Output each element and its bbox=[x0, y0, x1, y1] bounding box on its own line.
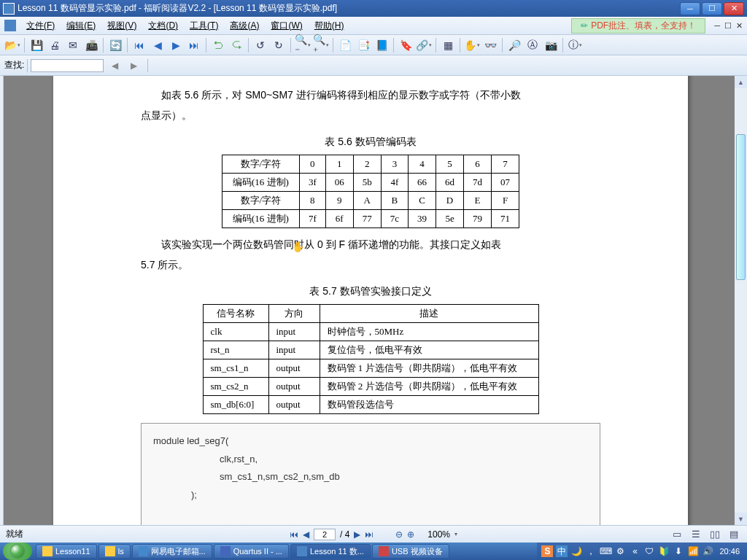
task-item[interactable]: Quartus II - ... bbox=[214, 544, 289, 559]
sb-zoomin-icon[interactable]: ⊕ bbox=[407, 529, 414, 540]
pdf-viewer[interactable]: 如表 5.6 所示，对 SM0~SM7 进行编码将得到相应的显示数字或字符（不带… bbox=[4, 76, 747, 525]
find-input[interactable] bbox=[31, 59, 104, 72]
task-item[interactable]: Lesson11 bbox=[36, 544, 97, 559]
mdi-minimize[interactable]: ─ bbox=[714, 21, 720, 31]
layout-cont-icon[interactable]: ☰ bbox=[689, 528, 703, 541]
last-page-button[interactable]: ⏭ bbox=[186, 37, 202, 53]
glasses-icon[interactable]: 👓 bbox=[482, 37, 498, 53]
pdf-page: 如表 5.6 所示，对 SM0~SM7 进行编码将得到相应的显示数字或字符（不带… bbox=[53, 76, 688, 525]
menu-help[interactable]: 帮助(H) bbox=[309, 18, 350, 34]
browser-icon bbox=[139, 546, 148, 556]
menu-adv[interactable]: 高级(A) bbox=[224, 18, 265, 34]
shield-icon[interactable]: 🛡 bbox=[643, 545, 655, 557]
text-select-button[interactable]: Ⓐ bbox=[525, 37, 541, 53]
scroll-thumb[interactable] bbox=[736, 134, 746, 280]
antivirus-icon[interactable]: 🔰 bbox=[658, 545, 670, 557]
rotate-right-button[interactable]: ↻ bbox=[271, 37, 287, 53]
scan-button[interactable]: 📠 bbox=[83, 37, 99, 53]
sb-last-icon[interactable]: ⏭ bbox=[365, 529, 374, 540]
menu-doc[interactable]: 文档(D) bbox=[142, 18, 184, 34]
scroll-down-icon[interactable]: ▼ bbox=[735, 513, 747, 525]
save-button[interactable]: 💾 bbox=[28, 37, 44, 53]
table-caption: 表 5.7 数码管实验接口定义 bbox=[141, 281, 600, 301]
settings-icon[interactable]: ⚙ bbox=[614, 545, 626, 557]
doc-icon bbox=[4, 20, 16, 31]
sb-first-icon[interactable]: ⏮ bbox=[290, 529, 298, 540]
download-icon[interactable]: ⬇ bbox=[673, 545, 684, 557]
mail-button[interactable]: ✉ bbox=[65, 37, 81, 53]
close-button[interactable]: ✕ bbox=[724, 2, 744, 15]
rotate-left-button[interactable]: ↺ bbox=[252, 37, 268, 53]
app-icon bbox=[3, 3, 15, 15]
page-number-input[interactable] bbox=[314, 529, 336, 540]
menu-edit[interactable]: 编辑(E) bbox=[61, 18, 101, 34]
layout-contfacing-icon[interactable]: ▤ bbox=[727, 528, 741, 541]
quartus-icon bbox=[220, 546, 231, 556]
reload-button[interactable]: 🔄 bbox=[107, 37, 123, 53]
layout-single-icon[interactable]: ▭ bbox=[670, 528, 684, 541]
start-button[interactable] bbox=[3, 542, 32, 560]
zoom-in-button[interactable]: 🔍⁺ bbox=[313, 37, 329, 53]
find-prev-button[interactable]: ◀ bbox=[107, 58, 123, 74]
find-button[interactable]: 🔎 bbox=[506, 37, 522, 53]
menu-file[interactable]: 文件(F) bbox=[20, 18, 61, 34]
keyboard-icon[interactable]: ⌨ bbox=[600, 545, 611, 557]
print-button[interactable]: 🖨 bbox=[47, 37, 63, 53]
zoom-out-button[interactable]: 🔍⁻ bbox=[295, 37, 311, 53]
maximize-button[interactable]: ☐ bbox=[702, 2, 722, 15]
prev-page-button[interactable]: ◀ bbox=[150, 37, 166, 53]
titlebar: Lesson 11 数码管显示实验.pdf - 福昕阅读器V2.2 - [Les… bbox=[0, 0, 747, 17]
minimize-button[interactable]: ─ bbox=[680, 2, 700, 15]
page-total: / 4 bbox=[340, 529, 349, 540]
camera-button[interactable]: 📷 bbox=[543, 37, 559, 53]
sb-next-icon[interactable]: ▶ bbox=[354, 529, 360, 540]
mdi-restore[interactable]: ☐ bbox=[724, 21, 732, 31]
sb-zoomout-icon[interactable]: ⊖ bbox=[395, 529, 403, 540]
ime-icon[interactable]: S bbox=[541, 545, 553, 557]
volume-icon[interactable]: 🔊 bbox=[702, 545, 713, 557]
task-item[interactable]: 网易电子邮箱... bbox=[132, 544, 212, 559]
layout-facing-icon[interactable]: ▯▯ bbox=[708, 528, 722, 541]
task-item[interactable]: USB 视频设备 bbox=[372, 544, 449, 559]
code-block: module led_seg7( clk,rst_n, sm_cs1_n,sm_… bbox=[141, 423, 600, 525]
info-button[interactable]: ⓘ bbox=[567, 37, 583, 53]
scroll-up-icon[interactable]: ▲ bbox=[735, 76, 747, 88]
para: 该实验实现一个两位数码管同时从 0 到 F 循环递增的功能。其接口定义如表 bbox=[141, 234, 600, 254]
sb-prev-icon[interactable]: ◀ bbox=[303, 529, 309, 540]
folder-icon bbox=[105, 546, 115, 556]
encoding-table: 数字/字符01234567 编码(16 进制)3f065b4f666d7d07 … bbox=[222, 155, 519, 228]
toolbar: 📂 💾 🖨 ✉ 📠 🔄 ⏮ ◀ ▶ ⏭ ⮌ ⮎ ↺ ↻ 🔍⁻ 🔍⁺ 📄 📑 📘 … bbox=[0, 35, 747, 55]
hand-tool-button[interactable]: ✋ bbox=[464, 37, 480, 53]
tray-expand-icon[interactable]: « bbox=[629, 545, 640, 557]
window-title: Lesson 11 数码管显示实验.pdf - 福昕阅读器V2.2 - [Les… bbox=[18, 2, 337, 15]
ime-lang-icon[interactable]: 中 bbox=[556, 545, 568, 557]
forward-button[interactable]: ⮎ bbox=[228, 37, 244, 53]
layout-button[interactable]: ▦ bbox=[440, 37, 456, 53]
snapshot-button[interactable]: 📘 bbox=[374, 37, 390, 53]
menu-win[interactable]: 窗口(W) bbox=[265, 18, 308, 34]
video-icon bbox=[379, 546, 389, 556]
bookmark-button[interactable]: 🔖 bbox=[398, 37, 414, 53]
menubar: 文件(F) 编辑(E) 视图(V) 文档(D) 工具(T) 高级(A) 窗口(W… bbox=[0, 17, 747, 35]
moon-icon[interactable]: 🌙 bbox=[570, 545, 582, 557]
open-button[interactable]: 📂 bbox=[4, 37, 20, 53]
mdi-close[interactable]: ✕ bbox=[736, 21, 743, 31]
first-page-button[interactable]: ⏮ bbox=[131, 37, 147, 53]
find-next-button[interactable]: ▶ bbox=[125, 58, 142, 74]
wifi-icon[interactable]: 📶 bbox=[687, 545, 699, 557]
newdoc-button[interactable]: 📄 bbox=[337, 37, 353, 53]
next-page-button[interactable]: ▶ bbox=[168, 37, 184, 53]
menu-view[interactable]: 视图(V) bbox=[101, 18, 142, 34]
task-item[interactable]: Lesson 11 数... bbox=[290, 544, 371, 559]
punct-icon[interactable]: ， bbox=[585, 545, 597, 557]
menu-tool[interactable]: 工具(T) bbox=[184, 18, 224, 34]
promo-banner[interactable]: PDF批注、填表，全支持！ bbox=[571, 18, 705, 34]
folder-icon bbox=[42, 546, 53, 556]
clone-button[interactable]: 📑 bbox=[355, 37, 371, 53]
back-button[interactable]: ⮌ bbox=[210, 37, 226, 53]
link-button[interactable]: 🔗 bbox=[416, 37, 432, 53]
scrollbar-vertical[interactable]: ▲ ▼ bbox=[735, 76, 747, 525]
clock[interactable]: 20:46 bbox=[716, 547, 743, 556]
io-table: 信号名称方向描述 clkinput时钟信号，50MHz rst_ninput复位… bbox=[203, 304, 539, 414]
task-item[interactable]: ls bbox=[98, 544, 131, 559]
